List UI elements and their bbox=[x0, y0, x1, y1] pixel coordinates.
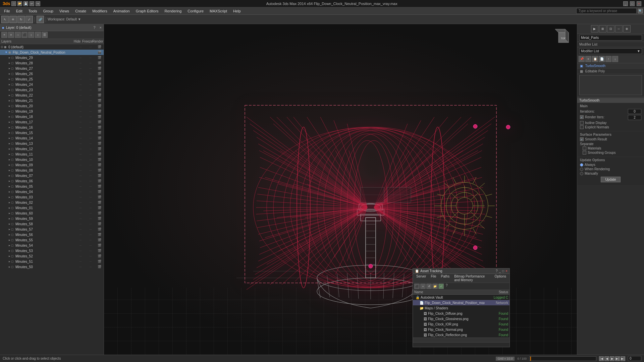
toolbar-btn-save[interactable]: 💾 bbox=[23, 1, 28, 6]
layer-row[interactable]: ⊟ ◼ 0 (default) ··· ··· 🎬 bbox=[0, 44, 104, 50]
layer-row[interactable]: ▸ ◻ Minutes_05 ··· ··· 🎬 bbox=[0, 184, 104, 189]
layer-row[interactable]: ▸ ◻ Minutes_56 ··· ··· 🎬 bbox=[0, 232, 104, 237]
layer-row[interactable]: ▸ ◻ Minutes_15 ··· ··· 🎬 bbox=[0, 130, 104, 135]
layer-row[interactable]: ▸ ◻ Minutes_54 ··· ··· 🎬 bbox=[0, 243, 104, 248]
layer-row[interactable]: ▸ ◻ Minutes_04 ··· ··· 🎬 bbox=[0, 189, 104, 194]
search-input[interactable] bbox=[576, 8, 637, 14]
explicit-normals-cb[interactable] bbox=[580, 125, 584, 129]
asset-help-btn[interactable]: ? bbox=[496, 269, 498, 273]
toolbar-link[interactable]: 🔗 bbox=[37, 16, 44, 23]
grid-indicator[interactable]: Grid = 10.0 bbox=[496, 357, 515, 361]
render-iters-checkbox[interactable]: Render Iters: bbox=[580, 115, 604, 119]
asset-row[interactable]: 🖼 Flip_Clock_Reflection.png Found bbox=[413, 332, 509, 338]
layer-row[interactable]: ▸ ◻ Minutes_60 ··· ··· 🎬 bbox=[0, 210, 104, 216]
layers-help-btn[interactable]: ? bbox=[93, 25, 95, 29]
layer-row[interactable]: ▸ ◻ Minutes_55 ··· ··· 🎬 bbox=[0, 237, 104, 243]
asset-tb-1[interactable]: ⬛ bbox=[414, 284, 420, 289]
object-name-field[interactable]: Metal_Parts bbox=[579, 35, 642, 41]
layers-expand-btn[interactable]: ↕ bbox=[28, 32, 34, 38]
render-iters-input[interactable] bbox=[628, 115, 641, 120]
update-button[interactable]: Update bbox=[601, 177, 620, 182]
asset-menu-options[interactable]: Options bbox=[493, 274, 508, 282]
layer-row[interactable]: ▸ ◻ Minutes_18 ··· ··· 🎬 bbox=[0, 114, 104, 119]
always-radio[interactable]: Always bbox=[580, 163, 641, 167]
when-rendering-rb[interactable] bbox=[580, 168, 583, 171]
layers-new-btn[interactable]: + bbox=[1, 32, 7, 38]
ms-down-btn[interactable]: ↓ bbox=[612, 56, 618, 62]
play-start-btn[interactable]: |◀ bbox=[599, 356, 604, 361]
menu-group[interactable]: Group bbox=[40, 8, 56, 14]
menu-file[interactable]: File bbox=[1, 8, 13, 14]
maximize-button[interactable]: □ bbox=[630, 1, 635, 6]
layer-row[interactable]: ▸ ◻ Minutes_13 ··· ··· 🎬 bbox=[0, 141, 104, 146]
menu-create[interactable]: Create bbox=[72, 8, 89, 14]
layer-row[interactable]: ▸ ◻ Minutes_27 ··· ··· 🎬 bbox=[0, 66, 104, 71]
layer-row[interactable]: ▸ ◻ Minutes_22 ··· ··· 🎬 bbox=[0, 93, 104, 98]
search-button[interactable]: 🔍 bbox=[638, 9, 643, 13]
layer-row[interactable]: ▸ ◻ Minutes_59 ··· ··· 🎬 bbox=[0, 216, 104, 221]
asset-horizontal-scrollbar[interactable] bbox=[413, 338, 509, 342]
asset-tb-3[interactable]: ↺ bbox=[426, 284, 432, 289]
ms-delete-btn[interactable]: × bbox=[585, 56, 591, 62]
layer-row[interactable]: ▸ ◻ Minutes_03 ··· ··· 🎬 bbox=[0, 194, 104, 200]
smooth-result-cb[interactable] bbox=[580, 137, 584, 141]
layer-row[interactable]: ▸ ◻ Minutes_17 ··· ··· 🎬 bbox=[0, 119, 104, 125]
when-rendering-radio[interactable]: When Rendering bbox=[580, 167, 641, 171]
asset-row[interactable]: 🖼 Flip_Clock_Diffuse.png Found bbox=[413, 311, 509, 316]
rp-view-btn4[interactable]: ⊕ bbox=[623, 25, 631, 33]
ms-paste-btn[interactable]: 📄 bbox=[599, 56, 605, 62]
frame-input[interactable] bbox=[628, 356, 641, 361]
play-end-btn[interactable]: ▶| bbox=[621, 356, 625, 361]
layer-row[interactable]: ▸ ◻ Minutes_53 ··· ··· 🎬 bbox=[0, 248, 104, 253]
rp-view-btn3[interactable]: ↔ bbox=[615, 25, 623, 33]
layer-row[interactable]: ▸ ◻ Minutes_21 ··· ··· 🎬 bbox=[0, 98, 104, 103]
layer-row[interactable]: ▼ ◼ Flip_Down_Clock_Neutral_Position ···… bbox=[0, 50, 104, 55]
layer-row[interactable]: ▸ ◻ Minutes_14 ··· ··· 🎬 bbox=[0, 135, 104, 141]
rp-render-btn[interactable]: ▶ bbox=[591, 25, 598, 33]
layer-row[interactable]: ▸ ◻ Minutes_19 ··· ··· 🎬 bbox=[0, 109, 104, 114]
timeline-bar[interactable] bbox=[529, 356, 596, 361]
toolbar-select[interactable]: ↖ bbox=[1, 16, 9, 23]
menu-views[interactable]: Views bbox=[57, 8, 72, 14]
asset-row[interactable]: 🖼 Flip_Clock_Glossiness.png Found bbox=[413, 316, 509, 321]
rp-view-btn2[interactable]: ⊡ bbox=[607, 25, 614, 33]
asset-menu-file[interactable]: File bbox=[429, 274, 438, 282]
ms-up-btn[interactable]: ↑ bbox=[605, 56, 611, 62]
close-button[interactable]: × bbox=[637, 1, 641, 6]
isoline-checkbox[interactable]: Isoline Display bbox=[580, 121, 641, 125]
toolbar-scale[interactable]: ⤢ bbox=[25, 16, 33, 23]
layer-row[interactable]: ▸ ◻ Minutes_02 ··· ··· 🎬 bbox=[0, 200, 104, 205]
modifier-dropdown[interactable]: Modifier List ▼ bbox=[579, 48, 642, 54]
asset-menu-paths[interactable]: Paths bbox=[439, 274, 452, 282]
smoothing-groups-checkbox[interactable]: Smoothing Groups bbox=[580, 151, 641, 155]
toolbar-btn-redo[interactable]: ↪ bbox=[36, 1, 40, 6]
layers-add-selection-btn[interactable]: → bbox=[15, 32, 21, 38]
materials-cb[interactable] bbox=[583, 146, 586, 150]
asset-restore-btn[interactable]: □ bbox=[502, 269, 504, 273]
menu-configure[interactable]: Configure bbox=[185, 8, 206, 14]
layer-row[interactable]: ▸ ◻ Minutes_10 ··· ··· 🎬 bbox=[0, 157, 104, 162]
layer-row[interactable]: ▸ ◻ Minutes_28 ··· ··· 🎬 bbox=[0, 60, 104, 66]
layer-row[interactable]: ▸ ◻ Minutes_29 ··· ··· 🎬 bbox=[0, 55, 104, 60]
toolbar-btn-undo[interactable]: ↩ bbox=[30, 1, 34, 6]
viewport[interactable]: [+] [Perspective] [Shaded + Edged Faces]… bbox=[104, 24, 577, 355]
next-frame-btn[interactable]: ▶| bbox=[615, 356, 620, 361]
layers-select-objects-btn[interactable]: ⬛ bbox=[21, 32, 28, 38]
layer-row[interactable]: ▸ ◻ Minutes_20 ··· ··· 🎬 bbox=[0, 103, 104, 109]
always-rb[interactable] bbox=[580, 163, 583, 167]
navigation-cube[interactable]: TOP bbox=[553, 27, 574, 48]
prev-frame-btn[interactable]: ◀ bbox=[604, 356, 609, 361]
layers-options-btn[interactable]: ☰ bbox=[42, 32, 48, 38]
menu-rendering[interactable]: Rendering bbox=[162, 8, 184, 14]
asset-menu-bitmap[interactable]: Bitmap Performance and Memory bbox=[452, 274, 492, 282]
layer-row[interactable]: ▸ ◻ Minutes_11 ··· ··· 🎬 bbox=[0, 152, 104, 157]
ms-copy-btn[interactable]: 📋 bbox=[592, 56, 598, 62]
smoothing-groups-cb[interactable] bbox=[583, 151, 586, 155]
asset-close-btn[interactable]: × bbox=[505, 269, 507, 273]
asset-row[interactable]: 📁 Maps / Shaders bbox=[413, 305, 509, 311]
menu-help[interactable]: Help bbox=[230, 8, 244, 14]
menu-modifiers[interactable]: Modifiers bbox=[90, 8, 110, 14]
layer-row[interactable]: ▸ ◻ Minutes_12 ··· ··· 🎬 bbox=[0, 146, 104, 152]
layer-row[interactable]: ▸ ◻ Minutes_06 ··· ··· 🎬 bbox=[0, 178, 104, 184]
asset-tb-2[interactable]: × bbox=[420, 284, 426, 289]
